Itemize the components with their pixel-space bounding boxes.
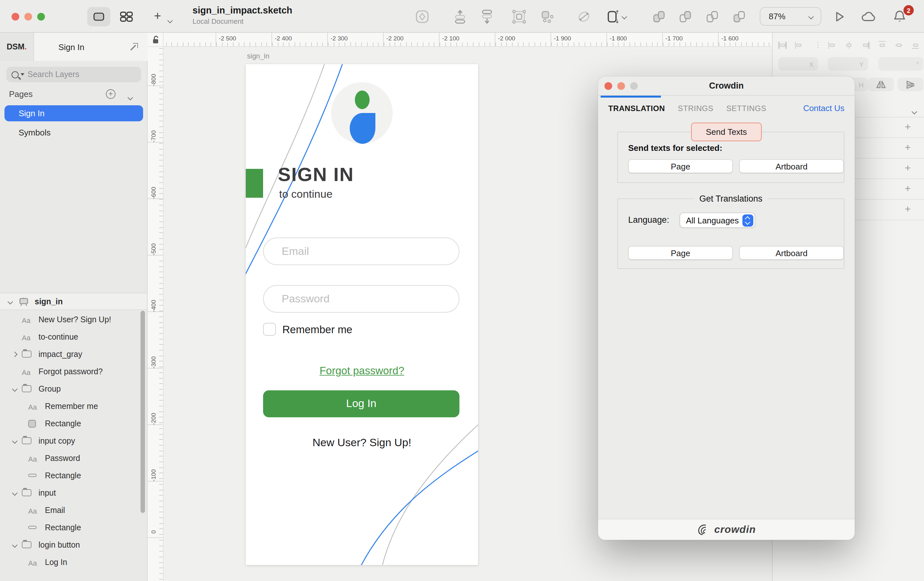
layer-chevron-icon[interactable] — [12, 542, 18, 548]
add-style-icon[interactable]: + — [905, 122, 914, 132]
layer-row[interactable]: Rectangle — [0, 519, 147, 536]
layer-label: Password — [45, 454, 80, 463]
tab-strings[interactable]: STRINGS — [678, 104, 714, 113]
get-artboard-button[interactable]: Artboard — [739, 246, 844, 260]
layer-label: Rectangle — [45, 523, 81, 532]
layers-scrollbar[interactable] — [140, 311, 145, 513]
fullscreen-window-button[interactable] — [37, 13, 45, 20]
rotation-field[interactable]: ° — [878, 57, 923, 71]
language-select[interactable]: All Languages — [680, 212, 755, 228]
close-window-button[interactable] — [12, 13, 19, 20]
align-right-icon[interactable] — [861, 40, 870, 50]
align-top-icon[interactable] — [878, 40, 887, 50]
resize-icon[interactable] — [604, 9, 620, 25]
crowdin-logo-text: crowdin — [714, 524, 756, 535]
layers-root-row[interactable]: sign_in — [0, 293, 147, 310]
remember-me-label: Remember me — [282, 324, 352, 336]
page-item-symbols[interactable]: Symbols — [5, 124, 143, 141]
layer-row[interactable]: impact_gray — [0, 345, 147, 363]
layer-row[interactable]: input — [0, 484, 147, 502]
boolean-intersect-icon[interactable] — [705, 9, 720, 25]
flip-horizontal-button[interactable] — [868, 78, 894, 91]
layer-row[interactable]: Rectangle — [0, 415, 147, 432]
layer-row[interactable]: Password — [0, 449, 147, 467]
bring-forward-icon[interactable] — [452, 9, 468, 25]
add-style-icon[interactable]: + — [905, 205, 914, 214]
x-position-field[interactable]: X — [778, 57, 818, 71]
align-bottom-icon[interactable] — [911, 40, 920, 50]
password-field[interactable] — [263, 285, 459, 313]
log-in-button[interactable]: Log In — [263, 390, 459, 417]
layer-row[interactable]: Rectangle — [0, 467, 147, 484]
tab-translation[interactable]: TRANSLATION — [608, 104, 665, 113]
components-view-toggle[interactable] — [116, 7, 137, 26]
boolean-union-icon[interactable] — [651, 9, 667, 25]
add-style-icon[interactable]: + — [905, 164, 914, 173]
layer-row[interactable]: to-continue — [0, 328, 147, 345]
crowdin-plugin-window[interactable]: Crowdin TRANSLATION STRINGS SETTINGS Con… — [598, 76, 855, 540]
layer-row[interactable]: Email — [0, 502, 147, 519]
pages-collapse-chevron-icon[interactable] — [128, 92, 132, 101]
tab-dsm[interactable]: DSM. — [0, 33, 34, 61]
boolean-difference-icon[interactable] — [731, 9, 747, 25]
page-item-sign-in[interactable]: Sign In — [5, 105, 143, 121]
layer-chevron-icon[interactable] — [12, 438, 18, 444]
email-field[interactable] — [263, 238, 459, 265]
tab-document[interactable]: Sign In — [34, 33, 148, 61]
boolean-subtract-icon[interactable] — [678, 9, 693, 25]
pages-header-label: Pages — [9, 89, 33, 99]
send-backward-icon[interactable] — [479, 9, 495, 25]
zoom-level-control[interactable]: 87% — [760, 7, 821, 26]
open-external-icon[interactable] — [131, 43, 138, 50]
layer-row[interactable]: New User? Sign Up! — [0, 311, 147, 328]
layer-row[interactable]: Log In — [0, 553, 147, 571]
insert-button[interactable]: + — [154, 9, 161, 23]
add-page-icon[interactable]: + — [106, 89, 116, 99]
sign-up-text[interactable]: New User? Sign Up! — [246, 437, 478, 449]
crowdin-titlebar[interactable]: Crowdin — [598, 76, 855, 96]
y-position-field[interactable]: Y — [828, 57, 868, 71]
remember-me-checkbox[interactable] — [263, 323, 276, 336]
align-left-icon[interactable] — [827, 40, 837, 50]
layer-row[interactable]: Group — [0, 380, 147, 397]
cloud-sync-icon[interactable] — [861, 9, 876, 25]
artboard-title[interactable]: sign_in — [247, 52, 269, 60]
unlock-icon[interactable] — [151, 35, 160, 44]
layers-root-chevron-icon[interactable] — [8, 299, 13, 304]
layer-row[interactable]: Remember me — [0, 397, 147, 415]
distribute-vertical-icon[interactable] — [794, 40, 804, 50]
layer-chevron-icon[interactable] — [12, 351, 18, 357]
ungroup-icon[interactable] — [540, 9, 555, 25]
search-layers-box[interactable] — [7, 67, 141, 82]
get-page-button[interactable]: Page — [628, 246, 733, 260]
group-icon[interactable] — [512, 9, 527, 25]
tab-settings[interactable]: SETTINGS — [726, 104, 766, 113]
canvas-view-toggle[interactable] — [87, 7, 111, 26]
resize-dropdown-chevron-icon[interactable] — [620, 9, 629, 25]
send-page-button[interactable]: Page — [628, 159, 733, 173]
section-collapse-chevron-icon[interactable] — [912, 105, 916, 116]
layer-row[interactable]: login button — [0, 536, 147, 553]
add-style-icon[interactable]: + — [905, 143, 914, 152]
send-artboard-button[interactable]: Artboard — [739, 159, 844, 173]
layer-chevron-icon[interactable] — [12, 490, 18, 496]
preview-play-icon[interactable] — [832, 9, 847, 25]
layer-row[interactable]: Forgot password? — [0, 363, 147, 380]
add-style-icon[interactable]: + — [905, 184, 914, 193]
symbol-icon[interactable] — [414, 9, 430, 25]
send-texts-button[interactable]: Send Texts — [691, 122, 762, 141]
transform-icon[interactable] — [576, 9, 592, 25]
layer-row[interactable]: input copy — [0, 432, 147, 449]
more-dots-icon[interactable] — [811, 40, 821, 50]
forgot-password-link[interactable]: Forgot password? — [246, 365, 478, 377]
align-middle-vertical-icon[interactable] — [894, 40, 903, 50]
flip-vertical-button[interactable] — [898, 78, 923, 91]
search-layers-input[interactable] — [28, 70, 124, 79]
artboard-sign-in[interactable]: SIGN IN to continue Remember me Forgot p… — [246, 64, 478, 565]
align-center-horizontal-icon[interactable] — [844, 40, 854, 50]
layer-chevron-icon[interactable] — [12, 386, 18, 392]
minimize-window-button[interactable] — [25, 13, 32, 20]
distribute-horizontal-icon[interactable] — [778, 40, 787, 50]
contact-us-link[interactable]: Contact Us — [803, 103, 845, 113]
insert-dropdown-chevron-icon[interactable] — [168, 13, 172, 25]
